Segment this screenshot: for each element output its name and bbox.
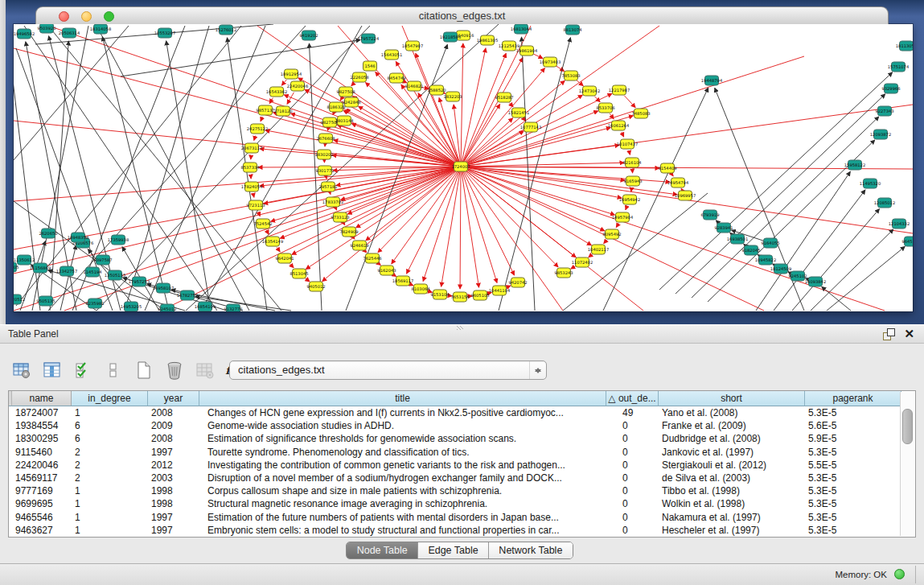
table-cell[interactable]: 0 bbox=[606, 511, 659, 524]
graph-node[interactable]: 8813074 bbox=[563, 25, 582, 35]
clear-selection-button[interactable] bbox=[101, 359, 125, 381]
graph-node[interactable]: 7625446 bbox=[363, 253, 381, 263]
graph-node[interactable]: 9154409 bbox=[658, 163, 676, 173]
graph-node[interactable]: 10777143 bbox=[520, 122, 541, 132]
table-cell[interactable]: Changes of HCN gene expression and I(f) … bbox=[199, 406, 606, 419]
graph-node[interactable]: 9164055 bbox=[761, 238, 779, 248]
table-row[interactable]: 969969511998Structural magnetic resonanc… bbox=[9, 497, 915, 510]
graph-node[interactable]: 8454749 bbox=[387, 73, 405, 83]
panel-resize-grip[interactable] bbox=[457, 326, 463, 330]
graph-node[interactable]: 9301771 bbox=[315, 166, 334, 175]
table-cell[interactable]: de Silva et al. (2003) bbox=[659, 472, 805, 484]
table-row[interactable]: 1830029562008Estimation of significance … bbox=[9, 432, 915, 445]
table-cell[interactable]: 19384554 bbox=[12, 419, 72, 432]
table-cell[interactable]: 2003 bbox=[148, 472, 199, 484]
table-row[interactable]: 911546021997Tourette syndrome. Phenomeno… bbox=[9, 446, 915, 459]
graph-node[interactable]: 2676608 bbox=[316, 134, 335, 143]
graph-node[interactable]: 1724007 bbox=[451, 162, 470, 171]
graph-node[interactable]: 9857137 bbox=[256, 105, 274, 115]
graph-node[interactable]: 2718120 bbox=[273, 106, 292, 116]
graph-node[interactable]: 16954942 bbox=[619, 195, 640, 204]
memory-status-indicator[interactable] bbox=[894, 569, 905, 579]
table-cell[interactable]: 1 bbox=[72, 484, 148, 497]
table-cell[interactable]: 0 bbox=[606, 432, 659, 445]
table-cell[interactable]: 49 bbox=[606, 406, 659, 419]
minimize-button[interactable] bbox=[81, 11, 92, 22]
show-columns-button[interactable] bbox=[40, 359, 64, 381]
graph-node[interactable]: 10945822 bbox=[755, 255, 776, 265]
graph-node[interactable]: 17359938 bbox=[108, 235, 129, 245]
graph-node[interactable]: 8513045 bbox=[290, 269, 308, 278]
graph-node[interactable]: 9329966 bbox=[881, 84, 900, 93]
table-row[interactable]: 946554611997Estimation of the future num… bbox=[9, 511, 915, 524]
table-cell[interactable]: Dudbridge et al. (2008) bbox=[659, 432, 805, 445]
table-cell[interactable]: 2012 bbox=[148, 459, 199, 472]
graph-node[interactable]: 16813044 bbox=[511, 24, 532, 34]
graph-node[interactable]: 2620650 bbox=[39, 229, 57, 238]
column-header-year[interactable]: year bbox=[148, 391, 199, 406]
table-cell[interactable]: 1 bbox=[72, 524, 148, 537]
table-cell[interactable]: 0 bbox=[606, 459, 659, 472]
graph-node[interactable]: 14954794 bbox=[667, 178, 689, 187]
table-cell[interactable]: 5.6E-5 bbox=[805, 419, 901, 432]
table-cell[interactable]: 5.3E-5 bbox=[805, 511, 901, 524]
table-cell[interactable]: 5.5E-5 bbox=[805, 459, 901, 472]
table-cell[interactable]: 2008 bbox=[148, 406, 199, 419]
graph-node[interactable]: 9827508 bbox=[336, 87, 355, 97]
table-cell[interactable]: Estimation of the future numbers of pati… bbox=[199, 511, 606, 524]
graph-node[interactable]: 2226058 bbox=[350, 72, 368, 82]
panel-left-divider[interactable] bbox=[0, 0, 6, 324]
graph-node[interactable]: 11495320 bbox=[860, 179, 881, 188]
column-header-pagerank[interactable]: pagerank bbox=[805, 391, 901, 406]
graph-node[interactable]: 7824909 bbox=[339, 227, 358, 237]
table-cell[interactable]: 1997 bbox=[148, 524, 199, 537]
graph-node[interactable]: 9242848 bbox=[342, 97, 360, 107]
column-header-short[interactable]: short bbox=[659, 391, 805, 406]
close-button[interactable] bbox=[59, 11, 69, 22]
graph-node[interactable]: 2803144 bbox=[335, 116, 354, 126]
table-cell[interactable]: 1 bbox=[72, 406, 148, 419]
graph-node[interactable]: 9153104 bbox=[430, 290, 450, 299]
graph-node[interactable]: 19861305 bbox=[477, 35, 498, 45]
table-cell[interactable]: 5.3E-5 bbox=[805, 497, 901, 510]
graph-node[interactable]: 10107437 bbox=[617, 139, 638, 149]
table-cell[interactable]: 14569117 bbox=[12, 472, 72, 484]
graph-node[interactable]: 9283941 bbox=[714, 223, 733, 233]
graph-node[interactable]: 12085012 bbox=[874, 198, 895, 208]
graph-node[interactable]: 11350612 bbox=[14, 255, 35, 265]
column-header-in_degree[interactable]: in_degree bbox=[72, 391, 148, 406]
table-cell[interactable]: 0 bbox=[606, 484, 659, 497]
table-cell[interactable]: 5.3E-5 bbox=[805, 484, 901, 497]
graph-node[interactable]: 19920512 bbox=[14, 295, 25, 304]
table-cell[interactable]: 1998 bbox=[148, 484, 199, 497]
column-header-title[interactable]: title bbox=[199, 391, 606, 406]
table-cell[interactable]: 6 bbox=[72, 419, 148, 432]
graph-node[interactable]: 9245012 bbox=[158, 304, 176, 311]
graph-node[interactable]: 9645102 bbox=[901, 237, 913, 246]
table-cell[interactable]: 2 bbox=[72, 459, 148, 472]
graph-node[interactable]: 8103064 bbox=[411, 284, 430, 294]
graph-node[interactable]: 1145194 bbox=[83, 267, 102, 277]
table-cell[interactable]: Corpus callosum shape and size in male p… bbox=[199, 484, 606, 497]
graph-node[interactable]: 9420742 bbox=[508, 278, 527, 287]
table-row[interactable]: 946362711997Embryonic stem cells: a mode… bbox=[9, 524, 915, 537]
table-cell[interactable]: Wolkin et al. (1998) bbox=[659, 497, 805, 510]
graph-node[interactable]: 11156869 bbox=[30, 263, 51, 273]
graph-node[interactable]: 24275122 bbox=[247, 124, 268, 134]
table-selector-dropdown[interactable]: citations_edges.txt bbox=[229, 360, 547, 380]
graph-node[interactable]: 1832203 bbox=[443, 92, 462, 101]
table-cell[interactable]: 9465546 bbox=[12, 511, 72, 524]
table-row[interactable]: 1456911722003Disruption of a novel membe… bbox=[9, 472, 915, 484]
graph-node[interactable]: 13505135 bbox=[105, 270, 125, 280]
graph-node[interactable]: 9405012 bbox=[306, 282, 325, 291]
graph-node[interactable]: 9503920 bbox=[37, 24, 55, 33]
table-cell[interactable]: 0 bbox=[606, 524, 659, 537]
graph-node[interactable]: 10402117 bbox=[588, 245, 609, 254]
table-cell[interactable]: 0 bbox=[606, 497, 659, 510]
graph-node[interactable]: 8235981 bbox=[85, 299, 104, 308]
graph-node[interactable]: 9246619 bbox=[350, 241, 368, 250]
table-cell[interactable]: 0 bbox=[606, 419, 659, 432]
table-cell[interactable]: 18300295 bbox=[12, 432, 72, 445]
graph-node[interactable]: 9853243 bbox=[554, 268, 573, 278]
graph-node[interactable]: 7653154 bbox=[450, 292, 470, 302]
